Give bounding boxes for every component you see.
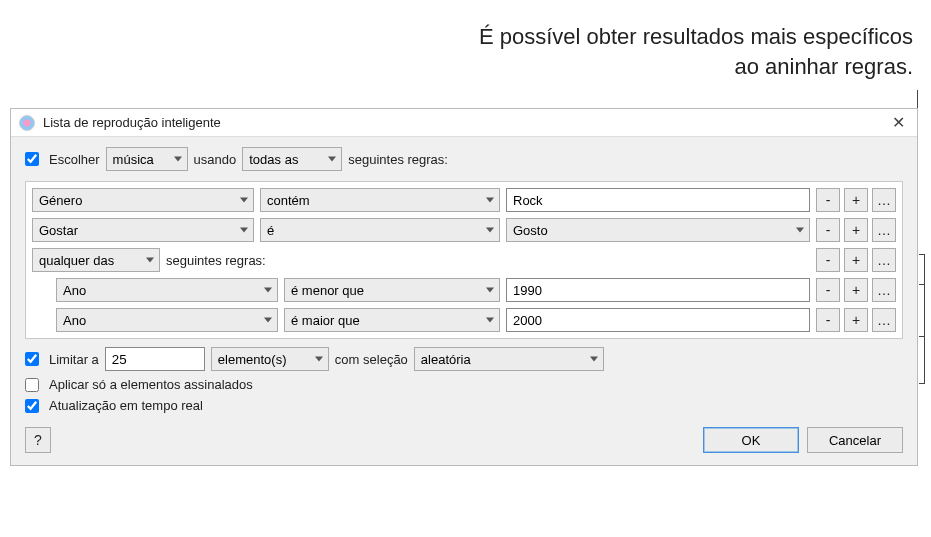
remove-rule-button[interactable]: -	[816, 278, 840, 302]
choose-label: Escolher	[49, 152, 100, 167]
add-rule-button[interactable]: +	[844, 248, 868, 272]
nest-rule-button[interactable]: …	[872, 278, 896, 302]
options-block: Limitar a elemento(s) com seleção aleató…	[25, 345, 903, 413]
rule-row: Ano é maior que - + …	[32, 308, 896, 332]
app-logo-icon	[19, 115, 35, 131]
remove-rule-button[interactable]: -	[816, 188, 840, 212]
smart-playlist-dialog: Lista de reprodução inteligente ✕ Escolh…	[10, 108, 918, 466]
choose-checkbox[interactable]	[25, 152, 39, 166]
nest-rule-button[interactable]: …	[872, 248, 896, 272]
rule-value-input[interactable]	[506, 308, 810, 332]
rules-container: Género contém - + … Gostar é Gosto -	[25, 181, 903, 339]
add-rule-button[interactable]: +	[844, 308, 868, 332]
rule-group-header: qualquer das seguintes regras: - + …	[32, 248, 896, 272]
selection-label: com seleção	[335, 352, 408, 367]
limit-unit-select[interactable]: elemento(s)	[211, 347, 329, 371]
rule-row: Ano é menor que - + …	[32, 278, 896, 302]
limit-checkbox[interactable]	[25, 352, 39, 366]
ok-button[interactable]: OK	[703, 427, 799, 453]
limit-row: Limitar a elemento(s) com seleção aleató…	[25, 347, 903, 371]
add-rule-button[interactable]: +	[844, 188, 868, 212]
limit-label: Limitar a	[49, 352, 99, 367]
live-update-checkbox[interactable]	[25, 399, 39, 413]
rule-operator-select[interactable]: contém	[260, 188, 500, 212]
checked-only-label: Aplicar só a elementos assinalados	[49, 377, 253, 392]
remove-rule-button[interactable]: -	[816, 308, 840, 332]
cancel-button[interactable]: Cancelar	[807, 427, 903, 453]
limit-value-input[interactable]	[105, 347, 205, 371]
add-rule-button[interactable]: +	[844, 218, 868, 242]
titlebar: Lista de reprodução inteligente ✕	[11, 109, 917, 137]
remove-rule-button[interactable]: -	[816, 218, 840, 242]
live-update-label: Atualização em tempo real	[49, 398, 203, 413]
rule-operator-select[interactable]: é	[260, 218, 500, 242]
help-button[interactable]: ?	[25, 427, 51, 453]
nest-rule-button[interactable]: …	[872, 188, 896, 212]
callout-text: É possível obter resultados mais específ…	[453, 22, 913, 81]
rule-field-select[interactable]: Gostar	[32, 218, 254, 242]
following-rules-label: seguintes regras:	[166, 253, 266, 268]
match-row: Escolher música usando todas as seguinte…	[25, 147, 903, 171]
rule-row: Gostar é Gosto - + …	[32, 218, 896, 242]
using-label: usando	[194, 152, 237, 167]
rule-field-select[interactable]: Género	[32, 188, 254, 212]
live-update-row: Atualização em tempo real	[25, 398, 903, 413]
rule-field-select[interactable]: Ano	[56, 278, 278, 302]
close-icon[interactable]: ✕	[888, 113, 909, 132]
group-match-select[interactable]: qualquer das	[32, 248, 160, 272]
nest-rule-button[interactable]: …	[872, 308, 896, 332]
dialog-title: Lista de reprodução inteligente	[43, 115, 880, 130]
rule-operator-select[interactable]: é menor que	[284, 278, 500, 302]
media-type-select[interactable]: música	[106, 147, 188, 171]
remove-rule-button[interactable]: -	[816, 248, 840, 272]
callout-bracket	[919, 284, 925, 384]
rule-value-input[interactable]	[506, 278, 810, 302]
rule-field-select[interactable]: Ano	[56, 308, 278, 332]
rule-value-select[interactable]: Gosto	[506, 218, 810, 242]
rule-operator-select[interactable]: é maior que	[284, 308, 500, 332]
checked-only-checkbox[interactable]	[25, 378, 39, 392]
add-rule-button[interactable]: +	[844, 278, 868, 302]
selection-method-select[interactable]: aleatória	[414, 347, 604, 371]
dialog-footer: ? OK Cancelar	[11, 421, 917, 465]
rule-value-input[interactable]	[506, 188, 810, 212]
following-rules-label: seguintes regras:	[348, 152, 448, 167]
match-select[interactable]: todas as	[242, 147, 342, 171]
rule-row: Género contém - + …	[32, 188, 896, 212]
checked-only-row: Aplicar só a elementos assinalados	[25, 377, 903, 392]
nest-rule-button[interactable]: …	[872, 218, 896, 242]
